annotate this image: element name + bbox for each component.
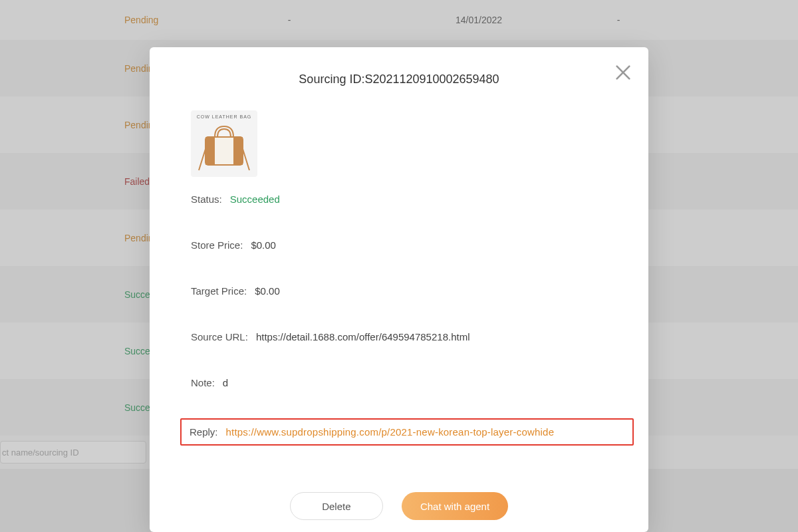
note-field: Note: d [191,374,607,392]
status-value: Succeeded [230,190,280,208]
sourcing-detail-modal: Sourcing ID:S2021120910002659480 COW LEA… [150,47,648,532]
svg-rect-2 [233,137,243,165]
modal-body: COW LEATHER BAG Status: Succeeded Store … [150,86,648,480]
status-field: Status: Succeeded [191,190,607,208]
reply-link[interactable]: https://www.supdropshipping.com/p/2021-n… [226,426,555,438]
close-icon[interactable] [612,62,634,83]
field-label: Store Price: [191,236,243,254]
product-thumbnail[interactable]: COW LEATHER BAG [191,110,257,177]
target-price-field: Target Price: $0.00 [191,282,607,300]
store-price-field: Store Price: $0.00 [191,236,607,254]
svg-rect-1 [205,137,215,165]
store-price-value: $0.00 [251,236,276,254]
target-price-value: $0.00 [255,282,280,300]
delete-button[interactable]: Delete [290,492,383,520]
field-label: Target Price: [191,282,247,300]
source-url-value: https://detail.1688.com/offer/6495947852… [256,328,470,346]
source-url-field: Source URL: https://detail.1688.com/offe… [191,328,607,346]
modal-footer: Delete Chat with agent [150,480,648,532]
note-value: d [223,374,228,392]
field-label: Note: [191,374,215,392]
field-label: Reply: [190,426,218,438]
modal-title: Sourcing ID:S2021120910002659480 [150,72,648,86]
field-label: Source URL: [191,328,248,346]
field-label: Status: [191,190,222,208]
reply-highlight-box: Reply: https://www.supdropshipping.com/p… [180,418,634,446]
chat-with-agent-button[interactable]: Chat with agent [402,492,508,520]
